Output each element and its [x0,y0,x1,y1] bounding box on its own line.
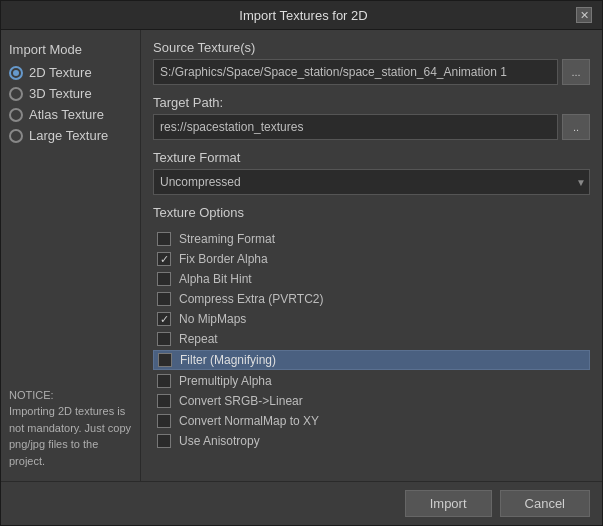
left-panel: Import Mode 2D Texture 3D Texture Atlas … [1,30,141,481]
source-texture-label: Source Texture(s) [153,40,590,55]
bottom-left-spacer [13,490,153,517]
target-path-input[interactable] [153,114,558,140]
import-textures-dialog: Import Textures for 2D ✕ Import Mode 2D … [0,0,603,526]
dialog-content: Import Mode 2D Texture 3D Texture Atlas … [1,30,602,481]
radio-circle-2d [9,66,23,80]
import-button[interactable]: Import [405,490,492,517]
bottom-bar: Import Cancel [1,481,602,525]
option-use-anisotropy[interactable]: Use Anisotropy [153,432,590,450]
label-filter-magnifying: Filter (Magnifying) [180,353,276,367]
checkbox-convert-srgb [157,394,171,408]
texture-format-label: Texture Format [153,150,590,165]
texture-options-label: Texture Options [153,205,590,220]
target-path-group: Target Path: .. [153,95,590,140]
radio-2d-texture[interactable]: 2D Texture [9,65,132,80]
notice-box: NOTICE: Importing 2D textures is not man… [9,387,132,470]
label-fix-border-alpha: Fix Border Alpha [179,252,268,266]
checkbox-convert-normalmap [157,414,171,428]
label-use-anisotropy: Use Anisotropy [179,434,260,448]
option-convert-normalmap[interactable]: Convert NormalMap to XY [153,412,590,430]
label-convert-normalmap: Convert NormalMap to XY [179,414,319,428]
option-fix-border-alpha[interactable]: Fix Border Alpha [153,250,590,268]
option-compress-extra[interactable]: Compress Extra (PVRTC2) [153,290,590,308]
texture-options-list: Streaming Format Fix Border Alpha Alpha … [153,230,590,471]
radio-circle-large [9,129,23,143]
option-repeat[interactable]: Repeat [153,330,590,348]
label-repeat: Repeat [179,332,218,346]
checkbox-no-mipmaps [157,312,171,326]
target-path-label: Target Path: [153,95,590,110]
action-buttons: Import Cancel [405,490,590,517]
radio-label-atlas: Atlas Texture [29,107,104,122]
import-mode-label: Import Mode [9,42,132,57]
option-premultiply-alpha[interactable]: Premultiply Alpha [153,372,590,390]
option-no-mipmaps[interactable]: No MipMaps [153,310,590,328]
radio-3d-texture[interactable]: 3D Texture [9,86,132,101]
option-convert-srgb[interactable]: Convert SRGB->Linear [153,392,590,410]
notice-label: NOTICE: [9,389,54,401]
radio-label-2d: 2D Texture [29,65,92,80]
close-button[interactable]: ✕ [576,7,592,23]
checkbox-fix-border-alpha [157,252,171,266]
source-texture-row: ... [153,59,590,85]
checkbox-premultiply-alpha [157,374,171,388]
label-streaming-format: Streaming Format [179,232,275,246]
checkbox-repeat [157,332,171,346]
radio-label-3d: 3D Texture [29,86,92,101]
label-no-mipmaps: No MipMaps [179,312,246,326]
source-texture-input[interactable] [153,59,558,85]
dialog-title: Import Textures for 2D [31,8,576,23]
source-texture-browse-button[interactable]: ... [562,59,590,85]
texture-format-select[interactable]: Uncompressed Compressed Lossy [153,169,590,195]
option-streaming-format[interactable]: Streaming Format [153,230,590,248]
texture-format-group: Texture Format Uncompressed Compressed L… [153,150,590,195]
radio-large-texture[interactable]: Large Texture [9,128,132,143]
radio-atlas-texture[interactable]: Atlas Texture [9,107,132,122]
checkbox-use-anisotropy [157,434,171,448]
cancel-button[interactable]: Cancel [500,490,590,517]
texture-format-select-wrap: Uncompressed Compressed Lossy ▼ [153,169,590,195]
target-path-browse-button[interactable]: .. [562,114,590,140]
title-bar: Import Textures for 2D ✕ [1,1,602,30]
radio-circle-3d [9,87,23,101]
option-alpha-bit-hint[interactable]: Alpha Bit Hint [153,270,590,288]
label-alpha-bit-hint: Alpha Bit Hint [179,272,252,286]
notice-text: Importing 2D textures is not mandatory. … [9,405,131,467]
target-path-row: .. [153,114,590,140]
right-panel: Source Texture(s) ... Target Path: .. Te… [141,30,602,481]
option-filter-magnifying[interactable]: Filter (Magnifying) [153,350,590,370]
checkbox-alpha-bit-hint [157,272,171,286]
label-compress-extra: Compress Extra (PVRTC2) [179,292,323,306]
label-convert-srgb: Convert SRGB->Linear [179,394,303,408]
radio-circle-atlas [9,108,23,122]
label-premultiply-alpha: Premultiply Alpha [179,374,272,388]
source-texture-group: Source Texture(s) ... [153,40,590,85]
checkbox-compress-extra [157,292,171,306]
checkbox-streaming-format [157,232,171,246]
checkbox-filter-magnifying [158,353,172,367]
radio-label-large: Large Texture [29,128,108,143]
